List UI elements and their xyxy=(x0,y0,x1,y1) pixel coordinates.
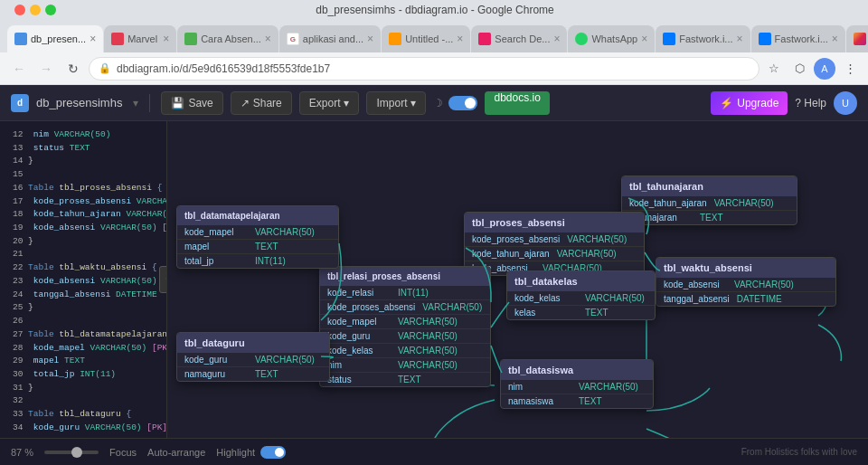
upgrade-button[interactable]: ⚡ Upgrade xyxy=(711,91,788,115)
table-tbl-datasiswa[interactable]: tbl_datasiswa nim VARCHAR(50) namasiswa … xyxy=(500,359,654,409)
tab-whatsapp[interactable]: WhatsApp × xyxy=(568,25,655,52)
app-logo-area: d db_presensimhs ▾ xyxy=(11,94,138,112)
code-line: 16 Table tbl_proses_absensi { xyxy=(5,182,161,195)
upgrade-label: Upgrade xyxy=(737,97,778,109)
dark-mode-toggle[interactable]: ☽ xyxy=(433,96,477,110)
dbdocs-button[interactable]: dbdocs.io xyxy=(485,91,549,115)
nav-bar: ← → ↻ 🔒 dbdiagram.io/d/5e9d616539d18f555… xyxy=(0,52,868,85)
table-row: kode_relasi INT(11) xyxy=(320,286,490,300)
close-tab-marvel[interactable]: × xyxy=(163,33,169,45)
extension-icon[interactable]: ⬡ xyxy=(788,58,810,80)
field-type: VARCHAR(50) xyxy=(255,355,315,365)
export-arrow-icon: ▾ xyxy=(344,97,349,109)
table-tbl-datamatapelajaran[interactable]: tbl_datamatapelajaran kode_mapel VARCHAR… xyxy=(176,205,339,269)
field-name: mapel xyxy=(184,242,248,251)
collapse-panel-btn[interactable]: ‹ xyxy=(159,266,167,293)
code-line: 32 xyxy=(5,394,161,408)
traffic-lights xyxy=(7,5,63,15)
user-avatar[interactable]: U xyxy=(834,91,857,115)
share-button[interactable]: ↗ Share xyxy=(231,91,292,115)
favicon-whatsapp xyxy=(575,33,588,45)
code-line: 18 kode_tahun_ajaran VARCHAR(50) [PK xyxy=(5,208,161,222)
field-name: kode_proses_absensi xyxy=(327,302,415,312)
table-row: mapel TEXT xyxy=(177,240,338,254)
focus-button[interactable]: Focus xyxy=(109,447,137,458)
close-window-btn[interactable] xyxy=(14,5,25,15)
import-button[interactable]: Import ▾ xyxy=(366,91,426,115)
field-type: VARCHAR(50) xyxy=(714,198,774,208)
app-toolbar: d db_presensimhs ▾ 💾 Save ↗ Share Export… xyxy=(0,85,868,121)
close-tab-fastwork1[interactable]: × xyxy=(737,33,743,45)
tab-insta[interactable]: Instagram × xyxy=(846,25,868,52)
close-tab-google[interactable]: × xyxy=(367,33,373,45)
tab-absens[interactable]: Cara Absen... × xyxy=(177,25,278,52)
tab-dbdiagram[interactable]: db_presen... × xyxy=(7,25,103,52)
table-tbl-proses-absensi[interactable]: tbl_proses_absensi kode_proses_absensi V… xyxy=(464,212,645,276)
minimize-window-btn[interactable] xyxy=(30,5,41,15)
project-dropdown-icon[interactable]: ▾ xyxy=(133,97,138,109)
back-btn[interactable]: ← xyxy=(7,57,31,81)
table-tbl-datakelas[interactable]: tbl_datakelas kode_kelas VARCHAR(50) kel… xyxy=(506,270,656,320)
table-tbl-tahunajaran[interactable]: tbl_tahunajaran kode_tahun_ajaran VARCHA… xyxy=(621,176,797,225)
close-tab-whatsapp[interactable]: × xyxy=(641,33,647,45)
share-icon: ↗ xyxy=(241,97,250,109)
tab-label-google: aplikasi and... xyxy=(303,33,363,44)
close-tab-fastwork2[interactable]: × xyxy=(832,33,838,45)
close-tab-dbdiagram[interactable]: × xyxy=(90,33,96,45)
help-button[interactable]: ? Help xyxy=(795,97,826,109)
maximize-window-btn[interactable] xyxy=(45,5,56,15)
highlight-switch[interactable] xyxy=(260,446,286,459)
save-button[interactable]: 💾 Save xyxy=(161,91,222,115)
field-name: namaguru xyxy=(184,369,248,379)
field-name: status xyxy=(327,375,391,384)
code-line: 20 } xyxy=(5,235,161,249)
field-name: tanggal_absensi xyxy=(664,294,730,304)
moon-icon: ☽ xyxy=(433,97,443,109)
dark-toggle-switch[interactable] xyxy=(448,96,477,110)
bottom-bar: 87 % Focus Auto-arrange Highlight From H… xyxy=(0,438,868,465)
address-bar[interactable]: 🔒 dbdiagram.io/d/5e9d616539d18f5553fde1b… xyxy=(89,57,760,81)
zoom-slider[interactable] xyxy=(44,451,99,454)
tab-search[interactable]: Search De... × xyxy=(471,25,567,52)
address-url: dbdiagram.io/d/5e9d616539d18f5553fde1b7 xyxy=(117,62,750,75)
code-line: 21 xyxy=(5,248,161,261)
bookmark-icon[interactable]: ☆ xyxy=(763,58,785,80)
export-button[interactable]: Export ▾ xyxy=(299,91,360,115)
highlight-toggle[interactable]: Highlight xyxy=(216,446,286,459)
canvas-area[interactable]: tbl_tahunajaran kode_tahun_ajaran VARCHA… xyxy=(167,121,868,438)
favicon-untitled xyxy=(389,33,401,45)
table-row: kode_guru VARCHAR(50) xyxy=(177,353,329,367)
tab-fastwork2[interactable]: Fastwork.i... × xyxy=(751,25,845,52)
tab-fastwork1[interactable]: Fastwork.i... × xyxy=(656,25,750,52)
field-type: VARCHAR(50) xyxy=(422,302,482,312)
tab-label-dbdiagram: db_presen... xyxy=(31,33,86,44)
profile-icon[interactable]: A xyxy=(814,58,835,80)
tab-untitled[interactable]: Untitled -... × xyxy=(382,25,470,52)
table-tbl-dataguru[interactable]: tbl_dataguru kode_guru VARCHAR(50) namag… xyxy=(176,332,330,382)
field-name: kode_tahun_ajaran xyxy=(472,249,550,259)
close-tab-absens[interactable]: × xyxy=(265,33,271,45)
toggle-knob xyxy=(465,98,476,109)
field-type: INT(11) xyxy=(255,256,286,266)
table-row: kode_proses_absensi VARCHAR(50) xyxy=(465,232,644,247)
zoom-thumb[interactable] xyxy=(71,447,82,458)
reload-btn[interactable]: ↻ xyxy=(61,57,85,81)
help-label: ? Help xyxy=(795,97,826,109)
bottom-credit: From Holistics folks with love xyxy=(741,447,857,457)
code-line: 26 xyxy=(5,315,161,328)
table-row: kode_proses_absensi VARCHAR(50) xyxy=(320,300,490,315)
table-row: tahunajaran TEXT xyxy=(622,211,797,224)
close-tab-untitled[interactable]: × xyxy=(457,33,463,45)
tab-marvel[interactable]: Marvel × xyxy=(104,25,176,52)
forward-btn[interactable]: → xyxy=(34,57,58,81)
table-row: kode_kelas VARCHAR(50) xyxy=(320,344,490,358)
tab-google[interactable]: G aplikasi and... × xyxy=(279,25,381,52)
table-row: kode_guru VARCHAR(50) xyxy=(320,329,490,344)
table-tbl-waktu-absensi[interactable]: tbl_waktu_absensi kode_absensi VARCHAR(5… xyxy=(656,257,836,307)
more-options-icon[interactable]: ⋮ xyxy=(839,58,861,80)
browser-frame: db_presensimhs - dbdiagram.io - Google C… xyxy=(0,0,868,465)
app-container: d db_presensimhs ▾ 💾 Save ↗ Share Export… xyxy=(0,85,868,465)
auto-arrange-button[interactable]: Auto-arrange xyxy=(147,447,205,458)
close-tab-search[interactable]: × xyxy=(553,33,560,45)
table-tbl-relasi-proses-absensi[interactable]: tbl_relasi_proses_absensi kode_relasi IN… xyxy=(319,266,491,387)
